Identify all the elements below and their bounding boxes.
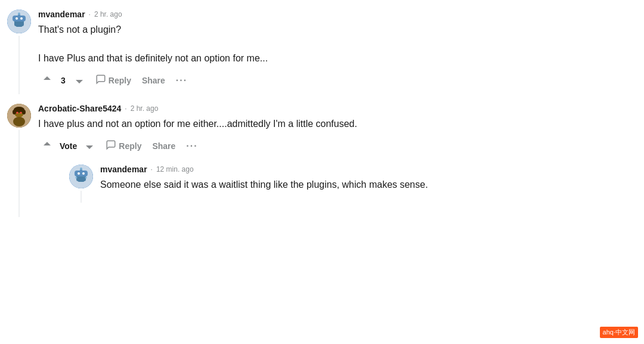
svg-point-3 [16,17,18,20]
thread-line-2 [18,130,20,217]
reply-label-1: Reply [109,76,131,85]
timestamp-2: 2 hr. ago [131,104,159,113]
comment-line-1: That's not a plugin? [38,23,637,37]
upvote-button-2[interactable] [38,138,56,155]
comment-body-2: Acrobatic-Share5424 · 2 hr. ago I have p… [38,104,637,217]
reply-label-2: Reply [119,141,141,151]
reply-button-2[interactable]: Reply [102,137,145,155]
reply-button-1[interactable]: Reply [92,72,135,89]
comment-header-3: mvandemar · 12 min. ago [100,165,637,174]
svg-point-14 [17,112,18,114]
username-1: mvandemar [38,10,85,19]
more-icon-2: ··· [186,141,197,151]
dot-sep-3: · [151,165,153,173]
svg-point-19 [78,172,80,175]
comment-left-2 [7,104,31,217]
svg-point-7 [18,13,20,15]
comment-body-1: mvandemar · 2 hr. ago That's not a plugi… [38,10,637,94]
upvote-icon-1 [42,75,52,87]
svg-point-20 [82,172,85,175]
comment-thread: mvandemar · 2 hr. ago That's not a plugi… [7,10,637,217]
comment-header-1: mvandemar · 2 hr. ago [38,10,637,19]
svg-point-4 [20,17,23,20]
comment-2: Acrobatic-Share5424 · 2 hr. ago I have p… [7,104,637,217]
thread-line-3 [80,191,82,203]
comment-line-2: I have Plus and that is definitely not a… [38,51,637,66]
dot-sep-2: · [125,104,126,113]
svg-point-13 [22,110,26,114]
thread-line-1 [18,36,20,94]
comment-body-3: mvandemar · 12 min. ago Someone else sai… [100,165,637,203]
avatar-mvandemar-1 [7,10,31,33]
svg-rect-5 [16,25,22,27]
comment-text-3: Someone else said it was a waitlist thin… [100,178,637,192]
avatar-acrobatic [7,104,31,128]
svg-point-24 [76,177,78,179]
timestamp-3: 12 min. ago [156,165,194,173]
downvote-icon-1 [74,75,85,87]
vote-count-1: 3 [60,76,67,85]
downvote-icon-2 [84,140,95,153]
downvote-button-2[interactable] [80,138,98,155]
more-button-1[interactable]: ··· [172,73,191,88]
more-icon-1: ··· [176,75,187,86]
upvote-button-1[interactable] [38,72,56,89]
timestamp-1: 2 hr. ago [94,10,122,18]
comment-text-1: That's not a plugin? I have Plus and tha… [38,23,637,66]
more-button-2[interactable]: ··· [182,138,201,154]
svg-point-10 [13,117,25,126]
avatar-mvandemar-2 [69,165,93,188]
svg-point-25 [85,177,87,179]
chat-icon-1 [95,74,106,87]
comment-actions-1: 3 Reply S [38,72,637,89]
username-3: mvandemar [100,165,147,174]
svg-rect-21 [78,180,84,182]
share-label-1: Share [142,76,165,85]
comment-actions-2: Vote Reply [38,137,637,155]
share-label-2: Share [152,141,175,151]
vote-text-2: Vote [60,141,77,151]
comment-text-2: I have plus and not an option for me eit… [38,117,637,131]
upvote-icon-2 [42,140,52,153]
svg-point-23 [80,168,82,170]
comment-left-3 [69,165,93,203]
share-button-2[interactable]: Share [148,139,179,153]
comment-left-1 [7,10,31,94]
chat-icon-2 [106,140,116,153]
downvote-button-1[interactable] [70,72,88,89]
svg-point-12 [13,110,16,114]
share-button-1[interactable]: Share [138,73,169,88]
username-2: Acrobatic-Share5424 [38,104,121,113]
comment-1: mvandemar · 2 hr. ago That's not a plugi… [7,10,637,94]
svg-point-15 [20,112,22,114]
comment-header-2: Acrobatic-Share5424 · 2 hr. ago [38,104,637,113]
comment-3-nested: mvandemar · 12 min. ago Someone else sai… [69,165,637,203]
dot-sep-1: · [89,10,91,18]
